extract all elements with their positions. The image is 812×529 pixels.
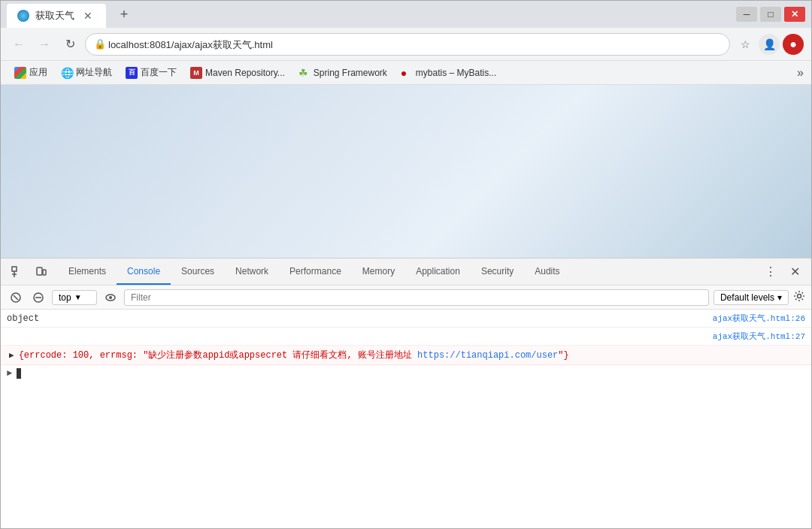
url-bar[interactable]: localhost:8081/ajax/ajax获取天气.html [85, 33, 730, 56]
address-wrap: 🔒 localhost:8081/ajax/ajax获取天气.html [85, 33, 730, 56]
devtools-close-button[interactable]: ✕ [784, 261, 805, 283]
bookmarks-more-button[interactable]: » [797, 66, 804, 80]
svg-rect-0 [12, 267, 17, 271]
globe-icon: 🌐 [61, 67, 73, 79]
console-prompt: ► [1, 365, 811, 382]
spring-icon: ☘ [298, 67, 311, 79]
tab-favicon [17, 10, 29, 22]
close-button[interactable]: ✕ [784, 7, 805, 22]
log-levels-arrow: ▾ [777, 292, 782, 303]
tab-console[interactable]: Console [117, 258, 171, 285]
bookmark-apps[interactable]: 应用 [8, 63, 53, 82]
console-log-line-2: ajax获取天气.html:27 [1, 328, 811, 346]
console-bar: top ▼ Default levels ▾ [1, 286, 811, 310]
bookmark-star-button[interactable]: ☆ [735, 34, 756, 55]
bookmark-baidu-label: 百度一下 [141, 66, 177, 79]
object-text: {errcode: 100, errmsg: "缺少注册参数appid或apps… [19, 350, 569, 361]
refresh-button[interactable]: ↻ [59, 34, 80, 55]
window-controls: ─ □ ✕ [736, 7, 805, 22]
block-button[interactable] [29, 289, 47, 307]
devtools-panel: Elements Console Sources Network Perform… [1, 258, 811, 528]
baidu-icon: 百 [126, 67, 138, 79]
context-selector-arrow: ▼ [74, 293, 82, 301]
device-toolbar-button[interactable] [31, 261, 52, 283]
active-tab[interactable]: 获取天气 ✕ [7, 4, 106, 28]
bookmark-mybatis-label: mybatis – MyBatis... [416, 68, 496, 78]
devtools-toolbar: Elements Console Sources Network Perform… [1, 258, 811, 286]
apps-icon [14, 67, 26, 79]
eye-button[interactable] [102, 289, 120, 307]
mybatis-icon: ● [401, 67, 413, 79]
tab-security[interactable]: Security [471, 258, 524, 285]
tab-audits[interactable]: Audits [524, 258, 570, 285]
bookmark-navigation[interactable]: 🌐 网址导航 [55, 63, 118, 82]
minimize-button[interactable]: ─ [736, 7, 757, 22]
object-link[interactable]: https://tianqiapi.com/user [417, 350, 558, 361]
svg-rect-3 [37, 268, 42, 275]
notification-button[interactable]: ● [783, 34, 804, 55]
object-content: {errcode: 100, errmsg: "缺少注册参数appid或apps… [19, 349, 805, 361]
devtools-right-buttons: ⋮ ✕ [754, 261, 811, 283]
context-selector-label: top [59, 292, 71, 303]
page-content [1, 85, 811, 258]
prompt-arrow-icon: ► [7, 368, 12, 379]
svg-line-6 [14, 295, 18, 300]
bookmark-maven-label: Maven Repository... [205, 68, 285, 78]
tab-performance[interactable]: Performance [279, 258, 352, 285]
tab-elements[interactable]: Elements [58, 258, 117, 285]
console-log-line-1: object ajax获取天气.html:26 [1, 310, 811, 328]
bookmark-apps-label: 应用 [29, 66, 47, 79]
context-selector[interactable]: top ▼ [52, 290, 97, 305]
console-object-line: ▶ {errcode: 100, errmsg: "缺少注册参数appid或ap… [1, 346, 811, 365]
svg-point-10 [109, 296, 112, 299]
bookmark-spring-label: Spring Framework [314, 68, 387, 78]
profile-button[interactable]: 👤 [759, 34, 780, 55]
log-levels-selector[interactable]: Default levels ▾ [714, 290, 789, 305]
console-log-source-2[interactable]: ajax获取天气.html:27 [713, 331, 805, 342]
bookmark-baidu[interactable]: 百 百度一下 [120, 63, 183, 82]
devtools-tabs: Elements Console Sources Network Perform… [58, 258, 571, 285]
clear-console-button[interactable] [7, 289, 25, 307]
tab-memory[interactable]: Memory [352, 258, 405, 285]
tab-sources[interactable]: Sources [171, 258, 225, 285]
forward-button[interactable]: → [34, 34, 55, 55]
browser-window: 获取天气 ✕ + ─ □ ✕ ← → ↻ 🔒 localhost:8081/aj… [0, 0, 812, 529]
address-bar-icons: ☆ 👤 ● [735, 34, 804, 55]
svg-point-11 [798, 294, 801, 298]
maximize-button[interactable]: □ [760, 7, 781, 22]
console-settings-button[interactable] [793, 290, 805, 305]
secure-icon: 🔒 [94, 38, 106, 50]
inspect-element-button[interactable] [7, 261, 28, 283]
titlebar: 获取天气 ✕ + ─ □ ✕ [1, 1, 811, 28]
object-after-link: "} [558, 350, 568, 361]
console-log-text-1: object [7, 313, 39, 324]
devtools-more-button[interactable]: ⋮ [760, 261, 781, 283]
back-button[interactable]: ← [8, 34, 29, 55]
prompt-cursor [17, 368, 21, 379]
new-tab-button[interactable]: + [114, 4, 135, 25]
address-bar: ← → ↻ 🔒 localhost:8081/ajax/ajax获取天气.htm… [1, 28, 811, 61]
bookmark-navigation-label: 网址导航 [76, 66, 112, 79]
tab-title: 获取天气 [35, 9, 74, 23]
console-output: object ajax获取天气.html:26 ajax获取天气.html:27… [1, 310, 811, 528]
bookmarks-bar: 应用 🌐 网址导航 百 百度一下 M Maven Repository... ☘… [1, 61, 811, 85]
log-levels-label: Default levels [720, 292, 774, 303]
filter-input[interactable] [124, 289, 709, 306]
bookmark-spring[interactable]: ☘ Spring Framework [292, 64, 393, 82]
tab-close-button[interactable]: ✕ [80, 8, 95, 23]
svg-rect-4 [43, 270, 46, 275]
expand-arrow[interactable]: ▶ [9, 350, 14, 360]
bookmark-maven[interactable]: M Maven Repository... [184, 64, 291, 82]
bookmark-mybatis[interactable]: ● mybatis – MyBatis... [395, 64, 502, 82]
tab-network[interactable]: Network [225, 258, 279, 285]
console-log-source-1[interactable]: ajax获取天气.html:26 [713, 313, 805, 324]
tab-application[interactable]: Application [405, 258, 471, 285]
devtools-left-icons [1, 261, 58, 283]
maven-icon: M [190, 67, 202, 79]
object-before-link: {errcode: 100, errmsg: "缺少注册参数appid或apps… [19, 350, 417, 361]
